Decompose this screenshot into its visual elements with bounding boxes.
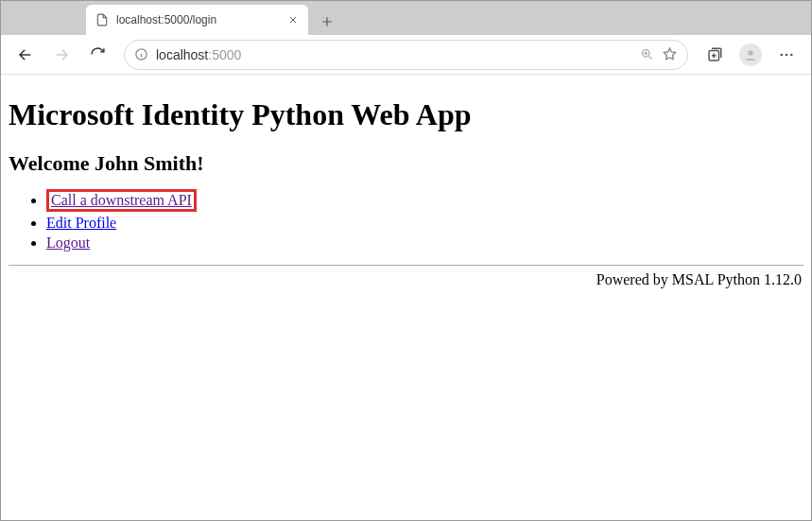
welcome-heading: Welcome John Smith!: [9, 151, 803, 176]
browser-tab[interactable]: localhost:5000/login: [86, 5, 308, 35]
browser-tab-bar: localhost:5000/login: [1, 1, 811, 35]
svg-point-6: [790, 53, 793, 56]
forward-button[interactable]: [46, 40, 77, 70]
zoom-icon[interactable]: [640, 47, 654, 61]
profile-button[interactable]: [735, 40, 766, 70]
svg-point-3: [748, 50, 752, 55]
divider: [9, 265, 803, 266]
back-button[interactable]: [10, 40, 41, 70]
url-text: localhost:5000: [156, 47, 241, 62]
footer-text: Powered by MSAL Python 1.12.0: [9, 271, 803, 288]
svg-point-4: [780, 53, 783, 56]
page-icon: [95, 13, 109, 26]
tab-close-icon[interactable]: [287, 14, 299, 26]
menu-button[interactable]: [771, 40, 802, 70]
browser-toolbar: localhost:5000: [1, 35, 811, 75]
svg-point-5: [786, 53, 788, 56]
nav-list: Call a downstream API Edit Profile Logou…: [9, 189, 803, 252]
site-info-icon[interactable]: [134, 47, 148, 61]
call-api-link[interactable]: Call a downstream API: [51, 192, 192, 208]
edit-profile-link[interactable]: Edit Profile: [46, 215, 116, 231]
refresh-button[interactable]: [82, 40, 112, 70]
logout-link[interactable]: Logout: [46, 234, 90, 251]
page-content: Microsoft Identity Python Web App Welcom…: [1, 75, 811, 296]
collections-icon[interactable]: [700, 40, 730, 70]
tab-title: localhost:5000/login: [116, 13, 280, 26]
avatar: [739, 43, 762, 66]
list-item: Logout: [46, 234, 803, 252]
highlight-box: Call a downstream API: [46, 189, 197, 212]
address-bar[interactable]: localhost:5000: [124, 40, 688, 70]
favorites-icon[interactable]: [662, 46, 678, 62]
new-tab-button[interactable]: [314, 9, 340, 35]
list-item: Edit Profile: [46, 215, 803, 232]
list-item: Call a downstream API: [46, 189, 803, 212]
page-title: Microsoft Identity Python Web App: [9, 97, 803, 132]
